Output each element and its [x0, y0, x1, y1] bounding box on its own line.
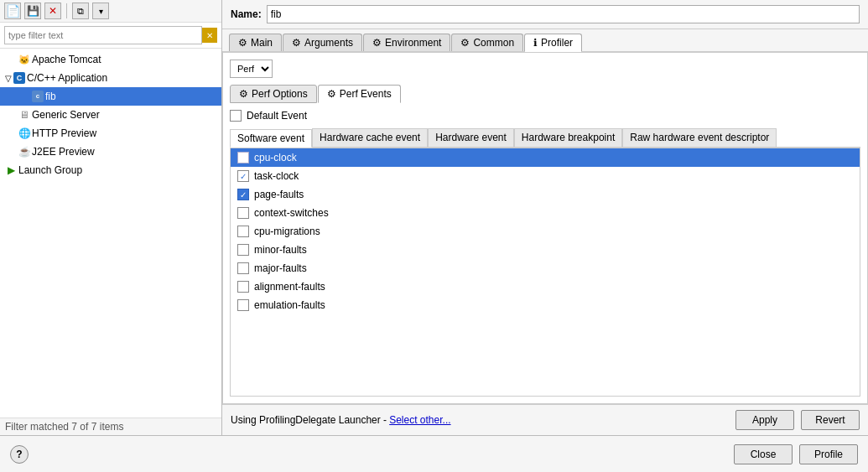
- event-tab-hardware-cache[interactable]: Hardware cache event: [312, 128, 428, 147]
- collapse-icon: ▽: [5, 74, 12, 83]
- footer-right: Close Profile: [734, 444, 858, 464]
- footer: ? Close Profile: [0, 435, 868, 472]
- event-tab-hardware-bp[interactable]: Hardware breakpoint: [514, 128, 622, 147]
- tab-arguments[interactable]: ⚙ Arguments: [283, 34, 362, 51]
- delete-icon: ✕: [49, 5, 57, 17]
- event-item-cpu-migrations[interactable]: cpu-migrations: [231, 222, 860, 241]
- event-name: cpu-migrations: [254, 226, 320, 237]
- perf-events-icon: ⚙: [327, 88, 336, 100]
- bottom-bar: Using ProfilingDelegate Launcher - Selec…: [222, 404, 868, 435]
- server-icon: 🖥: [18, 109, 30, 121]
- tree-item-apache-tomcat[interactable]: 🐱 Apache Tomcat: [0, 50, 221, 69]
- tree-view: 🐱 Apache Tomcat ▽ C C/C++ Application c …: [0, 49, 221, 418]
- event-checkbox: [237, 281, 249, 293]
- subtab-perf-options[interactable]: ⚙ Perf Options: [230, 85, 317, 103]
- default-event-checkbox[interactable]: [230, 110, 242, 122]
- event-name: task-clock: [254, 170, 299, 182]
- event-tabs: Software event Hardware cache event Hard…: [230, 128, 860, 148]
- event-name: alignment-faults: [254, 281, 325, 293]
- tree-item-launch-group[interactable]: ▶ Launch Group: [0, 161, 221, 179]
- event-item-major-faults[interactable]: major-faults: [231, 259, 860, 277]
- duplicate-icon: ⧉: [77, 6, 84, 17]
- tab-label: Profiler: [541, 37, 573, 49]
- event-name: page-faults: [254, 189, 304, 200]
- sub-tabs: ⚙ Perf Options ⚙ Perf Events: [230, 85, 860, 103]
- perf-select[interactable]: Perf: [231, 60, 272, 77]
- help-button[interactable]: ?: [10, 445, 29, 464]
- event-checkbox: [237, 207, 249, 219]
- save-icon: 💾: [27, 5, 39, 17]
- delete-button[interactable]: ✕: [44, 3, 61, 19]
- event-item-page-faults[interactable]: ✓ page-faults: [231, 185, 860, 204]
- tree-item-fib[interactable]: c fib: [0, 87, 221, 106]
- name-bar: Name:: [222, 0, 868, 29]
- tab-main[interactable]: ⚙ Main: [229, 34, 282, 51]
- search-input[interactable]: [4, 26, 202, 44]
- bottom-bar-text: Using ProfilingDelegate Launcher - Selec…: [231, 414, 729, 426]
- tree-item-label: J2EE Preview: [32, 146, 95, 158]
- new-button[interactable]: 📄: [4, 3, 21, 19]
- perf-select-wrapper[interactable]: Perf: [230, 60, 273, 78]
- save-button[interactable]: 💾: [24, 3, 41, 19]
- fib-icon: c: [32, 91, 44, 102]
- default-event-row: Default Event: [230, 110, 860, 122]
- event-item-cpu-clock[interactable]: ✓ cpu-clock: [231, 148, 860, 167]
- tree-item-label: fib: [45, 91, 56, 102]
- event-checkbox: ✓: [237, 170, 249, 182]
- event-item-alignment-faults[interactable]: alignment-faults: [231, 277, 860, 296]
- event-item-task-clock[interactable]: ✓ task-clock: [231, 167, 860, 185]
- new-icon: 📄: [6, 4, 20, 18]
- profile-button[interactable]: Profile: [799, 444, 858, 464]
- perf-row: Perf: [230, 60, 860, 78]
- arguments-tab-icon: ⚙: [292, 37, 301, 49]
- panel-content: Perf ⚙ Perf Options ⚙ Perf Events: [222, 52, 868, 404]
- event-name: context-switches: [254, 207, 329, 219]
- tree-item-generic-server[interactable]: 🖥 Generic Server: [0, 106, 221, 124]
- common-tab-icon: ⚙: [460, 37, 470, 49]
- event-tab-hardware[interactable]: Hardware event: [428, 128, 514, 147]
- select-other-link[interactable]: Select other...: [389, 414, 450, 426]
- tree-item-label: Generic Server: [32, 109, 100, 121]
- event-tab-raw[interactable]: Raw hardware event descriptor: [622, 128, 777, 147]
- http-icon: 🌐: [18, 127, 30, 139]
- event-name: cpu-clock: [254, 152, 297, 163]
- event-item-context-switches[interactable]: context-switches: [231, 204, 860, 222]
- perf-options-icon: ⚙: [239, 88, 248, 100]
- tab-label: Environment: [385, 37, 441, 49]
- apply-button[interactable]: Apply: [735, 410, 794, 430]
- tree-item-label: C/C++ Application: [27, 72, 107, 84]
- toolbar-separator: [66, 3, 67, 18]
- tab-profiler[interactable]: ℹ Profiler: [524, 34, 582, 52]
- event-checkbox: [237, 262, 249, 274]
- tab-environment[interactable]: ⚙ Environment: [363, 34, 450, 51]
- revert-button[interactable]: Revert: [801, 410, 860, 430]
- tree-item-j2ee-preview[interactable]: ☕ J2EE Preview: [0, 143, 221, 161]
- event-item-emulation-faults[interactable]: emulation-faults: [231, 296, 860, 314]
- tree-item-label: Apache Tomcat: [32, 54, 101, 65]
- event-name: emulation-faults: [254, 299, 325, 311]
- tab-label: Common: [473, 37, 514, 49]
- tabs-bar: ⚙ Main ⚙ Arguments ⚙ Environment ⚙ Commo…: [222, 29, 868, 52]
- event-checkbox: [237, 299, 249, 311]
- tree-item-label: Launch Group: [18, 164, 82, 176]
- close-button[interactable]: Close: [734, 444, 793, 464]
- tree-item-label: HTTP Preview: [32, 127, 96, 139]
- tree-item-cpp-app[interactable]: ▽ C C/C++ Application: [0, 69, 221, 87]
- subtab-perf-events[interactable]: ⚙ Perf Events: [318, 85, 401, 103]
- event-item-minor-faults[interactable]: minor-faults: [231, 241, 860, 259]
- menu-button[interactable]: ▾: [92, 3, 109, 19]
- name-input[interactable]: [267, 5, 860, 23]
- name-label: Name:: [231, 8, 262, 20]
- filter-status: Filter matched 7 of 7 items: [0, 418, 221, 435]
- event-tab-software[interactable]: Software event: [230, 129, 312, 148]
- tree-item-http-preview[interactable]: 🌐 HTTP Preview: [0, 124, 221, 143]
- profiler-tab-icon: ℹ: [533, 37, 538, 49]
- environment-tab-icon: ⚙: [372, 37, 382, 49]
- right-panel: Name: ⚙ Main ⚙ Arguments ⚙ Environment ⚙…: [222, 0, 868, 435]
- event-name: minor-faults: [254, 244, 307, 256]
- toolbar: 📄 💾 ✕ ⧉ ▾: [0, 0, 221, 23]
- tab-common[interactable]: ⚙ Common: [451, 34, 523, 51]
- search-clear-button[interactable]: ✕: [202, 28, 217, 43]
- main-tab-icon: ⚙: [238, 37, 247, 49]
- duplicate-button[interactable]: ⧉: [72, 3, 89, 19]
